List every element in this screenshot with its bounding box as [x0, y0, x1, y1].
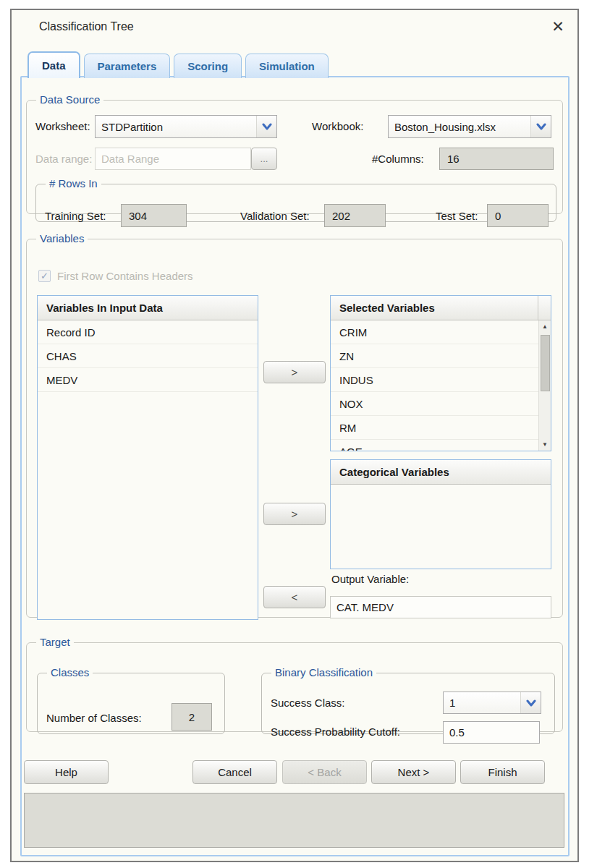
- validation-set-value: 202: [324, 204, 386, 227]
- first-row-headers-checkbox[interactable]: ✓: [38, 270, 51, 282]
- number-of-classes-label: Number of Classes:: [46, 712, 142, 724]
- help-button[interactable]: Help: [24, 760, 109, 784]
- categorical-variables-header: Categorical Variables: [331, 460, 551, 485]
- data-range-input[interactable]: [95, 148, 251, 170]
- success-class-value: 1: [444, 692, 520, 713]
- status-message-panel: [24, 793, 564, 848]
- tab-scoring[interactable]: Scoring: [174, 54, 242, 78]
- scroll-down-icon[interactable]: ▼: [539, 438, 551, 451]
- move-to-selected-button[interactable]: >: [263, 361, 326, 383]
- move-to-categorical-button[interactable]: >: [263, 503, 326, 525]
- tab-simulation[interactable]: Simulation: [245, 54, 329, 78]
- input-variables-header: Variables In Input Data: [38, 296, 258, 320]
- scrollbar-thumb[interactable]: [541, 335, 550, 391]
- output-variable-input[interactable]: [330, 596, 551, 618]
- training-set-label: Training Set:: [45, 210, 106, 222]
- list-item[interactable]: AGE: [331, 440, 551, 451]
- target-group: Target Classes Number of Classes: 2 Bina…: [26, 636, 563, 732]
- columns-label: #Columns:: [372, 153, 424, 165]
- rows-in-group: # Rows In Training Set: 304 Validation S…: [35, 177, 556, 222]
- scrollbar[interactable]: ▲ ▼: [538, 320, 551, 451]
- input-variables-rows: Record IDCHASMEDV: [38, 320, 258, 619]
- dialog-title: Classification Tree: [39, 20, 134, 33]
- rows-in-legend: # Rows In: [46, 177, 101, 190]
- chevron-down-icon[interactable]: [530, 116, 551, 137]
- list-item[interactable]: Record ID: [38, 320, 258, 344]
- chevron-down-icon[interactable]: [256, 116, 276, 137]
- success-class-label: Success Class:: [271, 697, 345, 709]
- tab-strip: Data Parameters Scoring Simulation: [27, 51, 329, 78]
- categorical-variables-rows: [331, 485, 551, 569]
- close-icon[interactable]: ✕: [547, 16, 569, 38]
- data-range-label: Data range:: [35, 153, 92, 165]
- move-back-button[interactable]: <: [263, 586, 326, 608]
- variables-group: Variables ✓ First Row Contains Headers V…: [26, 232, 563, 618]
- list-item[interactable]: RM: [331, 416, 551, 440]
- validation-set-label: Validation Set:: [240, 210, 310, 222]
- columns-value-field: 16: [439, 148, 554, 170]
- next-button[interactable]: Next >: [371, 760, 456, 784]
- list-item[interactable]: CHAS: [38, 344, 258, 368]
- test-set-label: Test Set:: [436, 210, 478, 222]
- classes-group: Classes Number of Classes: 2: [37, 666, 225, 734]
- list-item[interactable]: INDUS: [331, 368, 551, 392]
- worksheet-value: STDPartition: [96, 116, 256, 137]
- variables-legend: Variables: [36, 232, 88, 245]
- target-legend: Target: [36, 636, 74, 649]
- finish-button[interactable]: Finish: [460, 760, 545, 784]
- success-probability-cutoff-label: Success Probability Cutoff:: [271, 726, 400, 738]
- list-item[interactable]: ZN: [331, 344, 551, 368]
- workbook-value: Boston_Housing.xlsx: [389, 116, 530, 137]
- workbook-dropdown[interactable]: Boston_Housing.xlsx: [388, 115, 551, 138]
- success-class-dropdown[interactable]: 1: [443, 692, 541, 714]
- data-source-legend: Data Source: [36, 93, 103, 106]
- list-item[interactable]: MEDV: [38, 368, 258, 392]
- success-probability-cutoff-input[interactable]: [443, 721, 540, 744]
- chevron-down-icon[interactable]: [520, 692, 541, 713]
- data-source-group: Data Source Worksheet: STDPartition Work…: [26, 93, 563, 214]
- workbook-label: Workbook:: [312, 120, 363, 132]
- test-set-value: 0: [487, 204, 549, 227]
- input-variables-list[interactable]: Variables In Input Data Record IDCHASMED…: [37, 295, 258, 620]
- tab-data[interactable]: Data: [27, 51, 80, 78]
- cancel-button[interactable]: Cancel: [192, 760, 277, 784]
- worksheet-label: Worksheet:: [35, 120, 90, 132]
- number-of-classes-value: 2: [172, 703, 212, 731]
- tab-parameters[interactable]: Parameters: [84, 54, 171, 78]
- header-scrollbar-cell: [538, 296, 551, 320]
- output-variable-label: Output Variable:: [331, 573, 409, 585]
- selected-variables-header: Selected Variables: [331, 296, 551, 320]
- binary-classification-group: Binary Classification Success Class: 1 S…: [261, 666, 555, 734]
- checkmark-icon: ✓: [41, 271, 48, 281]
- list-item[interactable]: NOX: [331, 392, 551, 416]
- selected-variables-rows: CRIMZNINDUSNOXRMAGE: [331, 320, 551, 451]
- back-button: < Back: [282, 760, 367, 784]
- classes-legend: Classes: [47, 666, 93, 679]
- selected-variables-list[interactable]: Selected Variables CRIMZNINDUSNOXRMAGE ▲…: [330, 295, 551, 451]
- classification-tree-dialog: Classification Tree ✕ Data Parameters Sc…: [10, 9, 579, 862]
- list-item[interactable]: CRIM: [331, 320, 551, 344]
- scroll-up-icon[interactable]: ▲: [539, 320, 551, 333]
- binary-classification-legend: Binary Classification: [271, 666, 376, 679]
- selected-variables-header-text: Selected Variables: [339, 302, 435, 314]
- training-set-value: 304: [121, 204, 187, 227]
- first-row-headers-label: First Row Contains Headers: [57, 270, 193, 282]
- data-range-browse-button[interactable]: ...: [251, 148, 277, 170]
- worksheet-dropdown[interactable]: STDPartition: [95, 115, 277, 138]
- categorical-variables-list[interactable]: Categorical Variables: [330, 459, 551, 569]
